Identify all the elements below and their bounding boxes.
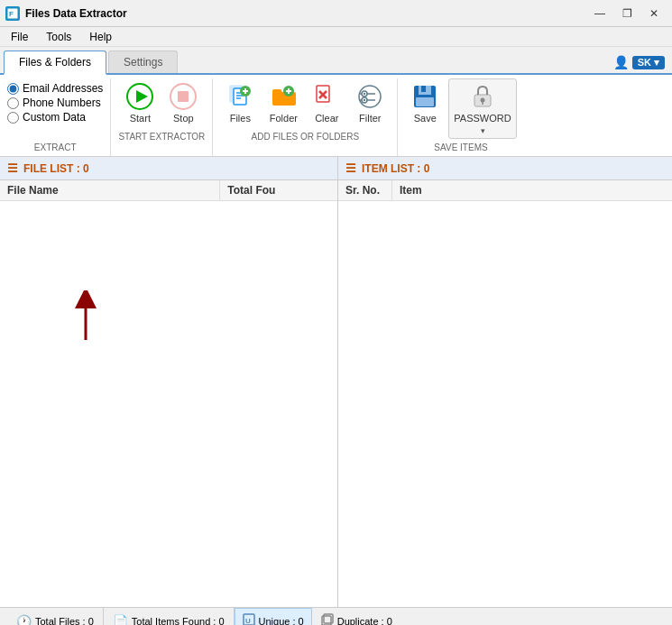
svg-rect-32 (416, 97, 434, 106)
total-files-value: Total Files : 0 (35, 616, 94, 625)
svg-point-24 (364, 99, 365, 101)
status-total-files: 🕐 Total Files : 0 (7, 608, 104, 625)
password-button[interactable]: PASSWORD ▾ (448, 78, 516, 139)
save-items-label: SAVE ITEMS (434, 142, 487, 152)
item-list-panel: ☰ ITEM LIST : 0 Sr. No. Item (338, 157, 672, 607)
ribbon-inner: Email Addresses Phone Numbers Custom Dat… (0, 75, 672, 157)
start-button[interactable]: Start (120, 78, 160, 128)
clear-label: Clear (315, 113, 338, 124)
tab-files-folders[interactable]: Files & Folders (4, 51, 106, 75)
title-bar-left: F Files Data Extractor (5, 6, 127, 21)
radio-email-label: Email Addresses (23, 82, 103, 95)
svg-rect-31 (421, 86, 426, 92)
tab-bar: Files & Folders Settings 👤 SK ▾ (0, 47, 672, 75)
svg-text:F: F (9, 10, 14, 18)
ribbon: Email Addresses Phone Numbers Custom Dat… (0, 75, 672, 157)
save-button[interactable]: Save (405, 78, 445, 128)
start-extractor-group: Start Stop START EXTRACTOR (111, 78, 213, 156)
radio-email-input[interactable] (7, 83, 19, 95)
radio-custom[interactable]: Custom Data (7, 111, 103, 124)
password-dropdown[interactable]: ▾ (481, 126, 485, 135)
clear-icon (312, 82, 341, 111)
user-badge[interactable]: SK ▾ (632, 56, 665, 69)
password-label: PASSWORD (454, 113, 511, 124)
app-title: Files Data Extractor (25, 7, 127, 20)
unique-value: Unique : 0 (259, 616, 304, 625)
extract-label: EXTRACT (7, 139, 103, 152)
start-label: Start (130, 113, 151, 124)
save-items-group: Save PASSWORD ▾ SAVE IT (398, 78, 523, 156)
item-column-header: Item (392, 180, 672, 200)
menu-tools[interactable]: Tools (39, 29, 78, 45)
svg-point-22 (364, 93, 365, 95)
clock-icon: 🕐 (16, 614, 32, 625)
save-items-buttons: Save PASSWORD ▾ (405, 78, 516, 139)
stop-icon (169, 82, 198, 111)
tab-bar-right: 👤 SK ▾ (613, 55, 665, 69)
radio-email[interactable]: Email Addresses (7, 82, 103, 95)
stop-label: Stop (173, 113, 194, 124)
file-list-header-icon: ☰ (7, 161, 18, 175)
total-found-column-header: Total Fou (220, 180, 337, 200)
sr-no-column-header: Sr. No. (338, 180, 392, 200)
item-list-header-icon: ☰ (345, 161, 356, 175)
app-icon: F (5, 6, 20, 21)
item-list-body (338, 201, 672, 607)
duplicate-value: Duplicate : 0 (337, 616, 392, 625)
save-icon (410, 82, 439, 111)
tab-settings[interactable]: Settings (108, 51, 178, 73)
svg-rect-5 (178, 91, 189, 102)
add-files-buttons: Files Folder (220, 78, 390, 128)
filter-icon (355, 82, 384, 111)
status-total-items: 📄 Total Items Found : 0 (104, 608, 235, 625)
svg-point-20 (359, 86, 381, 107)
filter-button[interactable]: Filter (350, 78, 390, 128)
duplicate-icon (321, 613, 334, 625)
title-bar-controls: — ❐ ✕ (587, 5, 667, 23)
add-files-label: ADD FILES OR FOLDERS (252, 132, 359, 142)
file-list-panel: ☰ FILE LIST : 0 File Name Total Fou (0, 157, 338, 607)
menu-file[interactable]: File (4, 29, 35, 45)
status-bar: 🕐 Total Files : 0 📄 Total Items Found : … (0, 607, 672, 625)
menu-help[interactable]: Help (82, 29, 119, 45)
radio-custom-input[interactable] (7, 112, 19, 124)
file-list-header: ☰ FILE LIST : 0 (0, 157, 337, 180)
item-list-column-header: Sr. No. Item (338, 180, 672, 201)
unique-icon: U (243, 613, 255, 625)
maximize-button[interactable]: ❐ (614, 5, 640, 23)
files-icon (226, 82, 254, 111)
folder-icon (269, 82, 298, 111)
item-list-header: ☰ ITEM LIST : 0 (338, 157, 672, 180)
item-list-header-title: ITEM LIST : 0 (362, 162, 429, 175)
save-label: Save (414, 113, 437, 124)
close-button[interactable]: ✕ (641, 5, 667, 23)
menu-bar: File Tools Help (0, 27, 672, 47)
status-duplicate: Duplicate : 0 (312, 608, 401, 625)
stop-button[interactable]: Stop (163, 78, 203, 128)
password-icon (468, 82, 497, 111)
folder-button[interactable]: Folder (263, 78, 303, 128)
file-name-column-header: File Name (0, 180, 220, 200)
status-unique: U Unique : 0 (235, 608, 312, 625)
radio-phone-label: Phone Numbers (23, 97, 101, 109)
files-label: Files (230, 113, 251, 124)
start-extractor-label: START EXTRACTOR (118, 132, 205, 142)
minimize-button[interactable]: — (587, 5, 612, 23)
extract-group: Email Addresses Phone Numbers Custom Dat… (4, 78, 111, 156)
files-button[interactable]: Files (220, 78, 260, 128)
file-list-body (0, 201, 337, 607)
svg-point-34 (481, 98, 485, 103)
radio-custom-label: Custom Data (23, 111, 86, 124)
total-items-found-value: Total Items Found : 0 (132, 616, 225, 625)
folder-label: Folder (270, 113, 298, 124)
add-files-group: Files Folder (213, 78, 398, 156)
file-list-column-header: File Name Total Fou (0, 180, 337, 201)
radio-phone[interactable]: Phone Numbers (7, 97, 103, 109)
clear-button[interactable]: Clear (307, 78, 346, 128)
file-list-header-title: FILE LIST : 0 (23, 162, 89, 175)
title-bar: F Files Data Extractor — ❐ ✕ (0, 0, 672, 27)
user-icon: 👤 (613, 55, 629, 69)
start-icon (125, 82, 154, 111)
radio-phone-input[interactable] (7, 97, 19, 109)
svg-text:U: U (245, 617, 251, 625)
